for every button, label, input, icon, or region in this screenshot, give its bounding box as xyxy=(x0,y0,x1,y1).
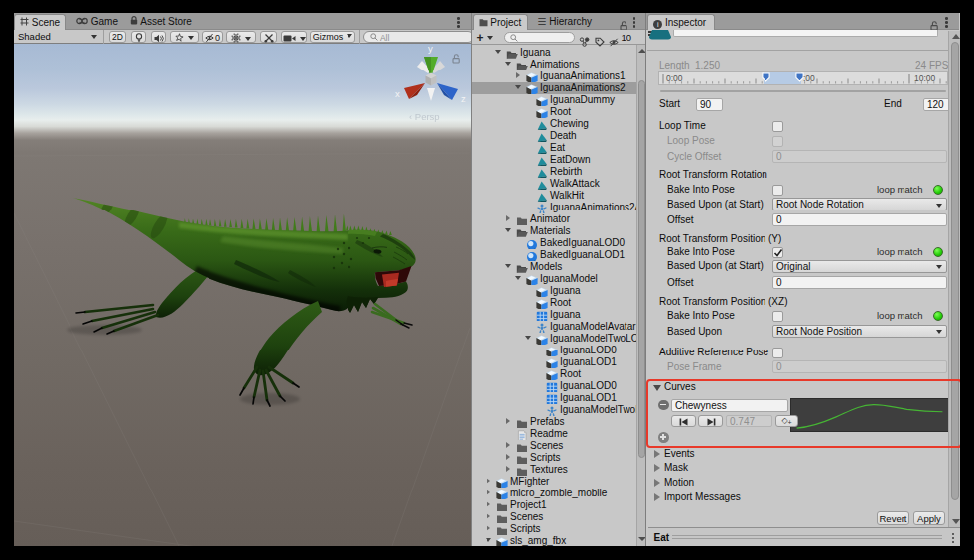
svg-text:x: x xyxy=(395,88,400,99)
svg-text:0: 0 xyxy=(215,33,220,43)
svg-text:z: z xyxy=(461,93,466,104)
svg-text:y: y xyxy=(428,44,433,54)
